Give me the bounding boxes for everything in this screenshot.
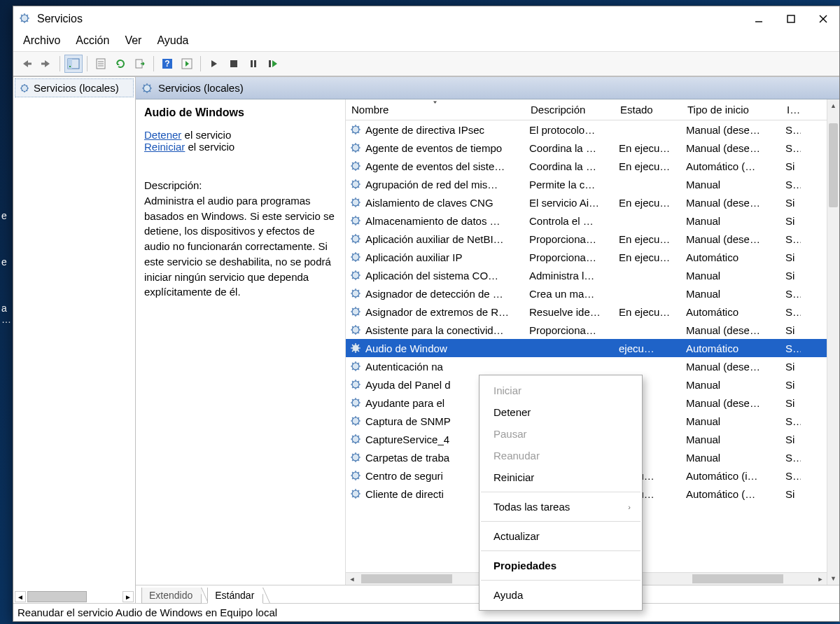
- service-logon: Se: [781, 415, 801, 427]
- service-name: Asignador de detección de …: [365, 288, 503, 300]
- service-name: Agente de eventos del siste…: [365, 160, 505, 172]
- service-row[interactable]: Audio de Windowejecu…AutomáticoSe: [346, 339, 827, 357]
- description-label: Descripción:: [144, 178, 337, 193]
- tree-hscroll[interactable]: ◄►: [13, 590, 135, 603]
- col-logon[interactable]: In: [781, 99, 801, 120]
- service-name: Audio de Window: [365, 342, 447, 354]
- stop-service-link[interactable]: Detener: [144, 129, 181, 141]
- service-row[interactable]: Aplicación auxiliar IPProporciona…En eje…: [346, 248, 827, 266]
- service-row[interactable]: Aplicación del sistema CO…Administra l…M…: [346, 266, 827, 284]
- service-desc: Administra l…: [525, 270, 615, 282]
- list-vscroll[interactable]: ▲ ▼: [827, 99, 839, 585]
- service-name: Ayudante para el: [365, 397, 444, 409]
- pause-service-button[interactable]: [244, 55, 262, 73]
- service-row[interactable]: Asistente para la conectivid…Proporciona…: [346, 321, 827, 339]
- service-desc: Proporciona…: [525, 324, 615, 336]
- context-item[interactable]: Propiedades: [479, 555, 642, 576]
- service-desc: Coordina la …: [525, 160, 615, 172]
- service-logon: Se: [781, 124, 801, 136]
- col-name[interactable]: Nombre: [346, 99, 525, 120]
- show-extended-button[interactable]: [178, 55, 196, 73]
- service-logon: Si: [781, 215, 801, 227]
- service-logon: Se: [781, 306, 801, 318]
- stop-service-button[interactable]: [225, 55, 243, 73]
- service-name: Asistente para la conectivid…: [365, 324, 504, 336]
- service-logon: Si: [781, 197, 801, 209]
- service-row[interactable]: Almacenamiento de datos …Controla el …Ma…: [346, 212, 827, 230]
- service-name: CaptureService_4: [365, 434, 449, 445]
- svg-rect-18: [230, 60, 237, 67]
- export-button[interactable]: [131, 55, 149, 73]
- refresh-button[interactable]: [111, 55, 130, 73]
- service-desc: Proporciona…: [525, 233, 615, 245]
- toolbar: ?: [13, 51, 839, 76]
- service-row[interactable]: Agrupación de red del mis…Permite la c…M…: [346, 175, 827, 193]
- menu-accion[interactable]: Acción: [76, 34, 109, 47]
- menu-ayuda[interactable]: Ayuda: [157, 34, 188, 47]
- menu-ver[interactable]: Ver: [125, 34, 141, 47]
- service-row[interactable]: Agente de eventos de tiempoCoordina la ……: [346, 139, 827, 157]
- col-startup[interactable]: Tipo de inicio: [682, 99, 781, 120]
- service-row[interactable]: Aislamiento de claves CNGEl servicio Ai……: [346, 193, 827, 212]
- service-logon: Si: [781, 251, 801, 263]
- description-text: Administra el audio para programas basad…: [144, 193, 337, 300]
- menu-archivo[interactable]: Archivo: [23, 34, 60, 47]
- service-startup: Manual (dese…: [682, 142, 781, 154]
- service-state: En ejecu…: [615, 160, 682, 172]
- tab-extended[interactable]: Extendido: [141, 588, 202, 604]
- service-desc: Permite la c…: [525, 179, 615, 190]
- col-state[interactable]: Estado: [615, 99, 682, 120]
- service-desc: Coordina la …: [525, 142, 615, 154]
- list-header: Nombre Descripción Estado Tipo de inicio…: [346, 99, 827, 120]
- service-row[interactable]: Aplicación auxiliar de NetBI…Proporciona…: [346, 230, 827, 248]
- service-row[interactable]: Asignador de detección de …Crea un ma…Ma…: [346, 284, 827, 303]
- restart-service-link[interactable]: Reiniciar: [144, 141, 185, 153]
- back-button[interactable]: [18, 55, 36, 73]
- service-row[interactable]: Asignador de extremos de R…Resuelve ide……: [346, 303, 827, 321]
- context-item[interactable]: Todas las tareas›: [479, 496, 642, 518]
- context-item[interactable]: Reiniciar: [479, 466, 642, 488]
- service-startup: Automático (i…: [682, 470, 781, 482]
- app-icon: [19, 13, 31, 26]
- start-service-button[interactable]: [205, 55, 223, 73]
- service-startup: Manual (dese…: [682, 397, 781, 409]
- service-startup: Manual: [682, 434, 781, 445]
- context-item[interactable]: Actualizar: [479, 525, 642, 547]
- service-startup: Manual (dese…: [682, 233, 781, 245]
- service-name: Centro de seguri: [365, 470, 443, 482]
- service-startup: Manual: [682, 379, 781, 391]
- context-item[interactable]: Ayuda: [479, 584, 642, 606]
- restart-service-button[interactable]: [264, 55, 282, 73]
- service-name: Aplicación auxiliar IP: [365, 251, 462, 263]
- service-logon: Se: [781, 470, 801, 482]
- service-state: En ejecu…: [615, 251, 682, 263]
- properties-button[interactable]: [92, 55, 110, 73]
- service-name: Ayuda del Panel d: [365, 379, 451, 391]
- maximize-button[interactable]: [775, 6, 807, 32]
- service-name: Almacenamiento de datos …: [365, 215, 500, 227]
- service-desc: Proporciona…: [525, 251, 615, 263]
- forward-button[interactable]: [37, 55, 55, 73]
- close-button[interactable]: [807, 6, 839, 32]
- col-desc[interactable]: Descripción: [525, 99, 615, 120]
- minimize-button[interactable]: [743, 6, 775, 32]
- service-row[interactable]: Autenticación naManual (dese…Si: [346, 357, 827, 375]
- service-row[interactable]: Agente de directiva IPsecEl protocolo…Ma…: [346, 120, 827, 139]
- statusbar: Reanudar el servicio Audio de Windows en…: [13, 603, 839, 621]
- service-row[interactable]: Agente de eventos del siste…Coordina la …: [346, 157, 827, 175]
- context-item[interactable]: Detener: [479, 401, 642, 423]
- show-tree-button[interactable]: [64, 55, 83, 73]
- service-startup: Manual (dese…: [682, 361, 781, 373]
- service-startup: Manual (dese…: [682, 324, 781, 336]
- service-startup: Automático (…: [682, 488, 781, 500]
- context-item: Reanudar: [479, 445, 642, 466]
- service-state: En ejecu…: [615, 197, 682, 209]
- service-name: Autenticación na: [365, 361, 443, 373]
- tree-root-services[interactable]: Servicios (locales): [15, 78, 134, 97]
- tab-standard[interactable]: Estándar: [207, 588, 263, 604]
- context-item: Iniciar: [479, 380, 642, 401]
- help-button[interactable]: ?: [158, 55, 176, 73]
- service-startup: Automático: [682, 306, 781, 318]
- service-state: ejecu…: [615, 342, 682, 354]
- service-desc: Resuelve ide…: [525, 306, 615, 318]
